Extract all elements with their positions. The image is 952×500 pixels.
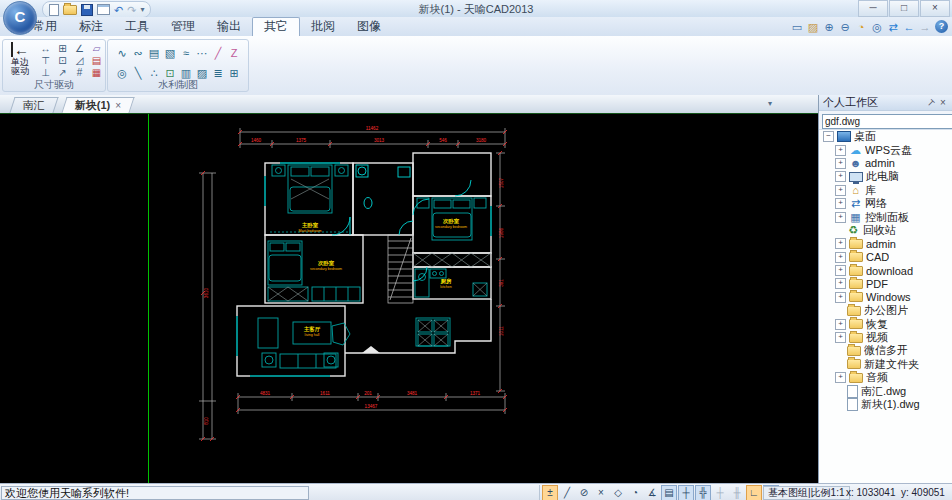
tree-item-南汇.dwg[interactable]: 南汇.dwg bbox=[819, 384, 952, 397]
tree-item-WPS云盘[interactable]: +☁WPS云盘 bbox=[819, 143, 952, 156]
tab-list-caret-icon[interactable]: ▾ bbox=[768, 99, 772, 108]
forward-icon[interactable]: → bbox=[917, 19, 933, 35]
help-icon[interactable]: ? bbox=[935, 20, 948, 33]
scale-mode-indicator[interactable]: 基本图组|比例1:1 bbox=[763, 486, 850, 500]
tree-item-回收站[interactable]: ♻回收站 bbox=[819, 224, 952, 237]
book-icon[interactable]: ▤ bbox=[661, 485, 677, 500]
tab-close-icon[interactable]: × bbox=[115, 100, 121, 111]
tree-item-视频[interactable]: +视频 bbox=[819, 331, 952, 344]
zoom-in-icon[interactable]: ⊕ bbox=[821, 19, 837, 35]
single-side-drive-button[interactable]: ← 单边 驱动 bbox=[5, 42, 35, 78]
cross-icon[interactable]: × bbox=[593, 485, 609, 500]
tool-icon-8[interactable]: ▤ bbox=[88, 55, 105, 67]
zoom-out-icon[interactable]: ⊖ bbox=[837, 19, 853, 35]
tree-toggle-icon[interactable]: + bbox=[835, 171, 846, 182]
menu-tab-其它[interactable]: 其它 bbox=[252, 17, 300, 36]
tree-toggle-icon[interactable]: + bbox=[835, 372, 846, 383]
search-input[interactable] bbox=[822, 114, 952, 129]
pin-icon[interactable]: T bbox=[925, 97, 937, 108]
menu-tab-管理[interactable]: 管理 bbox=[160, 17, 206, 36]
tree-item-PDF[interactable]: +PDF bbox=[819, 277, 952, 290]
crosshair-off-icon[interactable]: ┼ bbox=[712, 485, 728, 500]
tree-item-桌面[interactable]: −桌面 bbox=[819, 130, 952, 143]
menu-tab-批阅[interactable]: 批阅 bbox=[300, 17, 346, 36]
tool-icon-5[interactable]: ≈ bbox=[178, 45, 194, 65]
tree-item-微信多开[interactable]: 微信多开 bbox=[819, 344, 952, 357]
tree-toggle-icon[interactable]: + bbox=[835, 319, 846, 330]
save-icon[interactable] bbox=[81, 4, 93, 16]
tool-icon-6[interactable]: ⋯ bbox=[194, 45, 210, 65]
tree-item-音频[interactable]: +音频 bbox=[819, 371, 952, 384]
tree-toggle-icon[interactable]: − bbox=[823, 131, 834, 142]
qat-caret-icon[interactable]: ▾ bbox=[140, 5, 144, 14]
clock-icon[interactable]: ◔ bbox=[627, 485, 643, 500]
tool-icon-1[interactable]: ∿ bbox=[114, 45, 130, 65]
tree-item-库[interactable]: +⌂库 bbox=[819, 184, 952, 197]
doc-tab-南汇[interactable]: 南汇 bbox=[9, 97, 58, 113]
tree-item-Windows[interactable]: +Windows bbox=[819, 291, 952, 304]
menu-tab-标注[interactable]: 标注 bbox=[68, 17, 114, 36]
tool-icon-1[interactable]: ↔ bbox=[37, 43, 54, 55]
back-icon[interactable]: ← bbox=[901, 19, 917, 35]
tree-item-恢复[interactable]: +恢复 bbox=[819, 317, 952, 330]
tree-item-admin[interactable]: +admin bbox=[819, 237, 952, 250]
menu-tab-图像[interactable]: 图像 bbox=[346, 17, 392, 36]
angle-icon[interactable]: ∡ bbox=[644, 485, 660, 500]
tree-toggle-icon[interactable]: + bbox=[835, 292, 846, 303]
close-button[interactable]: × bbox=[920, 0, 950, 17]
crosshair-icon[interactable]: ┼ bbox=[678, 485, 694, 500]
tool-icon-4[interactable]: ▱ bbox=[88, 43, 105, 55]
tree-toggle-icon[interactable]: + bbox=[835, 145, 846, 156]
tool-icon-3[interactable]: ▤ bbox=[146, 45, 162, 65]
tool-icon-9[interactable]: ⊥ bbox=[37, 67, 54, 79]
tree-toggle-icon[interactable]: + bbox=[835, 158, 846, 169]
preview-icon[interactable] bbox=[97, 4, 110, 15]
tree-toggle-icon[interactable]: + bbox=[835, 278, 846, 289]
tree-item-网络[interactable]: +⇄网络 bbox=[819, 197, 952, 210]
tree-toggle-icon[interactable]: + bbox=[835, 185, 846, 196]
drawing-canvas[interactable]: 1146214601375301354631804831161120134811… bbox=[0, 113, 818, 484]
tree-item-CAD[interactable]: +CAD bbox=[819, 251, 952, 264]
app-logo-icon[interactable]: C bbox=[3, 1, 37, 35]
ortho-icon[interactable]: ∟ bbox=[746, 485, 762, 500]
tool-icon-12[interactable]: ▦ bbox=[88, 67, 105, 79]
tree-item-admin[interactable]: +☻admin bbox=[819, 157, 952, 170]
doc-tab-新块(1)[interactable]: 新块(1)× bbox=[61, 97, 134, 113]
diamond-icon[interactable]: ◇ bbox=[610, 485, 626, 500]
new-file-icon[interactable] bbox=[49, 4, 59, 16]
tool-icon-4[interactable]: ▧ bbox=[162, 45, 178, 65]
tree-toggle-icon[interactable]: + bbox=[835, 252, 846, 263]
tool-icon-10[interactable]: ↗ bbox=[54, 67, 71, 79]
tree-toggle-icon[interactable]: + bbox=[835, 238, 846, 249]
menu-tab-工具[interactable]: 工具 bbox=[114, 17, 160, 36]
redo-icon[interactable]: ↷ bbox=[127, 5, 136, 15]
image-icon[interactable]: ▨ bbox=[805, 19, 821, 35]
tree-item-download[interactable]: +download bbox=[819, 264, 952, 277]
tool-icon-11[interactable]: # bbox=[71, 67, 88, 79]
tree-item-控制面板[interactable]: +▦控制面板 bbox=[819, 210, 952, 223]
tree-toggle-icon[interactable]: + bbox=[835, 332, 846, 343]
refresh-icon[interactable]: ⇄ bbox=[885, 19, 901, 35]
window-icon[interactable]: ▭ bbox=[789, 19, 805, 35]
menu-tab-输出[interactable]: 输出 bbox=[206, 17, 252, 36]
no-circle-icon[interactable]: ⊘ bbox=[576, 485, 592, 500]
tool-icon-8[interactable]: Z bbox=[226, 45, 242, 65]
tool-icon-7[interactable]: ╱ bbox=[210, 45, 226, 65]
panel-close-icon[interactable]: × bbox=[937, 97, 949, 108]
line-icon[interactable]: ╱ bbox=[559, 485, 575, 500]
grid-off-icon[interactable]: ╫ bbox=[729, 485, 745, 500]
tree-item-此电脑[interactable]: +此电脑 bbox=[819, 170, 952, 183]
tree-item-办公图片[interactable]: 办公图片 bbox=[819, 304, 952, 317]
grid-icon[interactable]: ╬ bbox=[695, 485, 711, 500]
open-file-icon[interactable] bbox=[63, 5, 77, 15]
tool-icon-2[interactable]: ∾ bbox=[130, 45, 146, 65]
tool-icon-2[interactable]: ⊞ bbox=[54, 43, 71, 55]
zoom-extent-icon[interactable]: ◎ bbox=[869, 19, 885, 35]
tree-toggle-icon[interactable]: + bbox=[835, 198, 846, 209]
tree-toggle-icon[interactable]: + bbox=[835, 212, 846, 223]
tree-item-新块(1).dwg[interactable]: 新块(1).dwg bbox=[819, 398, 952, 411]
tool-icon-6[interactable]: ⊡ bbox=[54, 55, 71, 67]
tree-toggle-icon[interactable]: + bbox=[835, 265, 846, 276]
minimize-button[interactable]: ─ bbox=[858, 0, 888, 17]
undo-icon[interactable]: ↶ bbox=[114, 5, 123, 15]
